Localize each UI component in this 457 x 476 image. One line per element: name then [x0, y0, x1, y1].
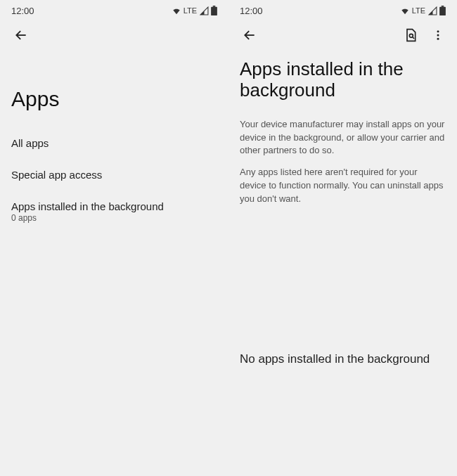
list-item-background-apps[interactable]: Apps installed in the background 0 apps [11, 191, 217, 233]
app-bar [0, 20, 228, 53]
svg-rect-3 [442, 6, 444, 7]
svg-point-8 [437, 30, 439, 32]
find-in-page-icon [404, 28, 418, 42]
arrow-left-icon [243, 28, 257, 42]
status-bar: 12:00 LTE [228, 0, 457, 20]
status-bar: 12:00 LTE [0, 0, 228, 20]
content-area: Apps installed in the background Your de… [228, 53, 457, 366]
list-item-all-apps[interactable]: All apps [11, 127, 217, 159]
empty-state-message: No apps installed in the background [240, 212, 446, 366]
svg-point-6 [409, 34, 413, 37]
list-item-label: All apps [11, 137, 217, 149]
svg-line-7 [413, 37, 414, 39]
app-bar [228, 20, 457, 53]
app-bar-actions [402, 27, 446, 46]
page-title: Apps [11, 53, 217, 127]
screen-background-apps: 12:00 LTE [228, 0, 457, 476]
svg-rect-0 [213, 6, 216, 7]
overflow-menu-button[interactable] [430, 27, 446, 46]
signal-icon [428, 6, 437, 15]
list-item-label: Special app access [11, 169, 217, 181]
list-item-special-app-access[interactable]: Special app access [11, 159, 217, 191]
list-item-label: Apps installed in the background [11, 200, 217, 212]
status-indicators: LTE [400, 6, 446, 15]
description-paragraph-2: Any apps listed here aren't required for… [240, 163, 446, 212]
back-button[interactable] [11, 25, 31, 48]
page-title: Apps installed in the background [240, 53, 446, 112]
svg-rect-1 [211, 7, 217, 15]
more-vert-icon [432, 29, 444, 41]
battery-icon [439, 6, 446, 15]
status-indicators: LTE [172, 6, 217, 15]
svg-rect-4 [439, 7, 446, 15]
arrow-left-icon [14, 28, 28, 42]
svg-point-10 [437, 38, 439, 40]
search-in-page-button[interactable] [402, 27, 419, 46]
description-paragraph-1: Your device manufacturer may install app… [240, 112, 446, 164]
svg-point-9 [437, 34, 439, 37]
screen-apps: 12:00 LTE Apps All apps Sp [0, 0, 228, 476]
battery-icon [211, 6, 217, 15]
network-label: LTE [184, 6, 197, 15]
status-time: 12:00 [240, 6, 263, 16]
content-area: Apps All apps Special app access Apps in… [0, 53, 228, 233]
wifi-icon [172, 6, 181, 15]
status-time: 12:00 [11, 6, 34, 16]
network-label: LTE [412, 6, 425, 15]
list-item-subtitle: 0 apps [11, 213, 217, 223]
wifi-icon [400, 6, 410, 15]
signal-icon [200, 6, 209, 15]
back-button[interactable] [240, 25, 259, 48]
